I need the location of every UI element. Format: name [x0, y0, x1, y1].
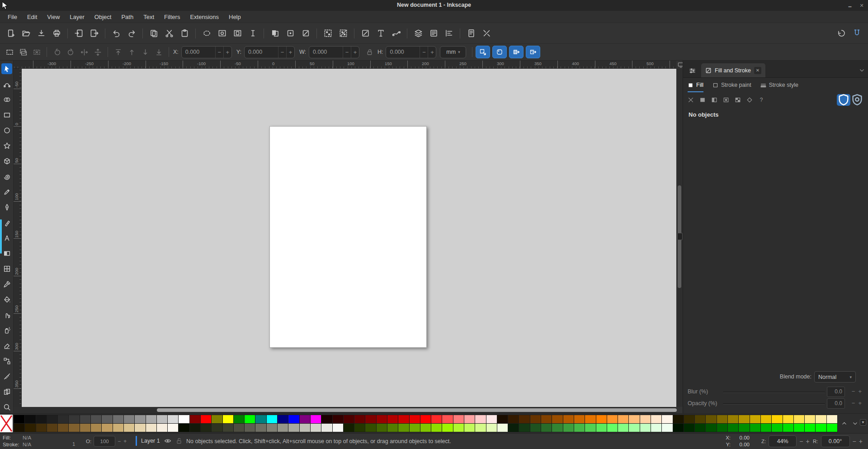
palette-swatch[interactable]: [333, 415, 343, 423]
y-field[interactable]: 0.000 − +: [244, 46, 295, 58]
palette-swatch[interactable]: [146, 424, 156, 432]
rotate-ccw-button[interactable]: [50, 45, 64, 59]
palette-swatch[interactable]: [673, 424, 684, 432]
layer-lock-icon[interactable]: [175, 437, 183, 444]
palette-swatch[interactable]: [695, 424, 705, 432]
tool-dropper[interactable]: [1, 279, 12, 289]
palette-swatch[interactable]: [190, 415, 200, 423]
palette-swatch[interactable]: [662, 415, 672, 423]
horizontal-ruler[interactable]: -300-250-200-150-100-5005010015020025030…: [14, 61, 676, 69]
menu-help[interactable]: Help: [224, 12, 246, 22]
tab-stroke-style[interactable]: Stroke style: [760, 78, 798, 92]
palette-swatch[interactable]: [80, 424, 90, 432]
palette-swatch[interactable]: [728, 415, 738, 423]
rotate-cw-button[interactable]: [64, 45, 77, 59]
palette-swatch[interactable]: [267, 424, 277, 432]
palette-swatch[interactable]: [530, 415, 541, 423]
palette-swatch[interactable]: [640, 424, 651, 432]
palette-swatch[interactable]: [300, 415, 310, 423]
title-bar[interactable]: New document 1 - Inkscape 🗕 ✕: [0, 0, 868, 11]
lower-to-bottom-button[interactable]: [152, 45, 165, 59]
palette-swatch[interactable]: [552, 415, 562, 423]
palette-swatch[interactable]: [168, 424, 178, 432]
palette-swatch[interactable]: [607, 415, 618, 423]
palette-swatch[interactable]: [794, 424, 804, 432]
palette-swatch[interactable]: [585, 415, 595, 423]
palette-swatch[interactable]: [750, 424, 760, 432]
tool-star[interactable]: [1, 140, 12, 151]
palette-swatch[interactable]: [783, 415, 793, 423]
group-objects-button[interactable]: [320, 26, 335, 41]
no-color-swatch[interactable]: [0, 415, 13, 432]
tool-tweak[interactable]: [1, 309, 12, 320]
style-indicator[interactable]: Fill:N/A Stroke:N/A: [3, 435, 31, 448]
palette-swatch[interactable]: [717, 415, 727, 423]
text-dialog-button[interactable]: [373, 26, 388, 41]
palette-swatch[interactable]: [508, 415, 519, 423]
toggle-scale-corners[interactable]: [492, 46, 507, 58]
palette-swatch[interactable]: [563, 415, 574, 423]
tool-calligraphy[interactable]: [1, 217, 12, 228]
palette-swatch[interactable]: [377, 415, 387, 423]
document-properties-button[interactable]: [463, 26, 479, 41]
palette-swatch[interactable]: [827, 415, 837, 423]
palette-swatch[interactable]: [563, 424, 574, 432]
palette-swatch[interactable]: [739, 424, 749, 432]
palette-swatch[interactable]: [47, 424, 57, 432]
dock-options-icon[interactable]: [683, 64, 701, 77]
palette-swatch[interactable]: [816, 424, 826, 432]
palette-swatch[interactable]: [596, 415, 607, 423]
palette-swatch[interactable]: [344, 415, 354, 423]
palette-swatch[interactable]: [157, 424, 167, 432]
document-print-button[interactable]: [49, 26, 64, 41]
tab-fill[interactable]: Fill: [688, 78, 703, 92]
palette-swatch[interactable]: [519, 424, 529, 432]
raise-button[interactable]: [125, 45, 138, 59]
palette-swatch[interactable]: [223, 415, 233, 423]
tool-pen[interactable]: [1, 202, 12, 213]
document-new-button[interactable]: [3, 26, 18, 41]
lock-width-height-icon[interactable]: [363, 45, 377, 59]
flip-horizontal-button[interactable]: [77, 45, 91, 59]
w-minus[interactable]: −: [343, 47, 351, 58]
palette-swatch[interactable]: [245, 415, 255, 423]
palette-swatch[interactable]: [607, 424, 618, 432]
palette-swatch[interactable]: [486, 415, 497, 423]
palette-swatch[interactable]: [168, 415, 178, 423]
layer-selector[interactable]: Layer 1: [141, 438, 160, 444]
zoom-drawing-button[interactable]: [199, 26, 214, 41]
palette-swatch[interactable]: [420, 424, 431, 432]
palette-scroll-up-icon[interactable]: [838, 418, 850, 428]
palette-swatch[interactable]: [508, 424, 519, 432]
tab-fill-and-stroke[interactable]: Fill and Stroke ✕: [701, 63, 765, 77]
fill-stroke-dialog-button[interactable]: [358, 26, 373, 41]
palette-swatch[interactable]: [387, 415, 398, 423]
palette-swatch[interactable]: [212, 415, 222, 423]
palette-swatch[interactable]: [541, 424, 552, 432]
palette-swatch[interactable]: [387, 424, 398, 432]
palette-swatch[interactable]: [552, 424, 562, 432]
palette-swatch[interactable]: [739, 415, 749, 423]
palette-swatch[interactable]: [58, 415, 68, 423]
palette-swatch[interactable]: [629, 424, 639, 432]
unlink-clone-button[interactable]: [298, 26, 313, 41]
palette-swatch[interactable]: [47, 415, 57, 423]
palette-swatch[interactable]: [333, 424, 343, 432]
palette-swatch[interactable]: [398, 424, 409, 432]
tool-node[interactable]: [1, 79, 12, 90]
tool-rectangle[interactable]: [1, 109, 12, 120]
toggle-scale-stroke[interactable]: [476, 46, 490, 58]
h-plus[interactable]: +: [428, 47, 436, 58]
document-save-button[interactable]: [33, 26, 49, 41]
close-button[interactable]: ✕: [858, 2, 865, 9]
object-properties-dialog-button[interactable]: [426, 26, 441, 41]
palette-swatch[interactable]: [684, 424, 694, 432]
duplicate-button[interactable]: [267, 26, 283, 41]
object-opacity-field[interactable]: 100: [94, 436, 115, 447]
palette-swatch[interactable]: [464, 415, 475, 423]
menu-text[interactable]: Text: [138, 12, 159, 22]
tool-selector[interactable]: [1, 63, 12, 74]
palette-swatch[interactable]: [146, 415, 156, 423]
pattern-button[interactable]: [732, 95, 744, 105]
palette-swatch[interactable]: [25, 415, 35, 423]
